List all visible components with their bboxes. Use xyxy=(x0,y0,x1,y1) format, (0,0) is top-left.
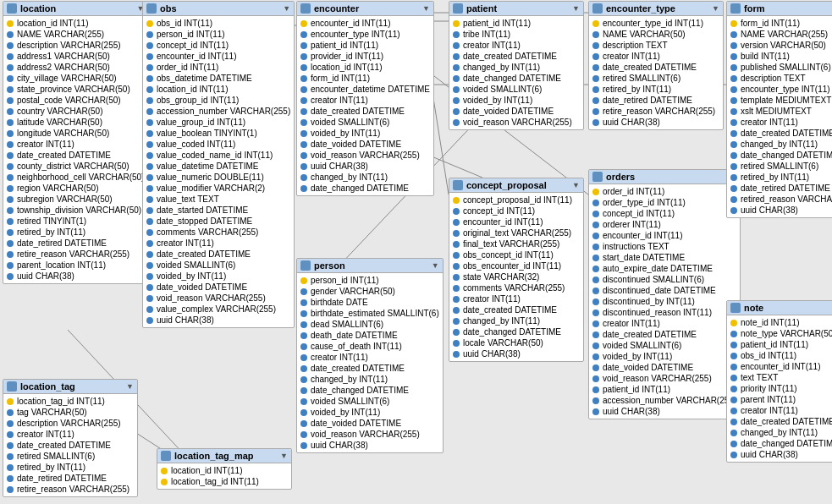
field-row[interactable]: address1 VARCHAR(50) xyxy=(3,51,147,62)
table-toggle-encounter_type[interactable]: ▼ xyxy=(712,4,719,13)
table-toggle-obs[interactable]: ▼ xyxy=(283,4,290,13)
field-row[interactable]: obs_group_id INT(11) xyxy=(143,95,294,106)
field-row[interactable]: date_voided DATETIME xyxy=(449,106,583,117)
field-row[interactable]: encounter_id INT(11) xyxy=(727,361,832,372)
field-row[interactable]: changed_by INT(11) xyxy=(297,172,433,183)
field-row[interactable]: date_retired DATETIME xyxy=(3,473,137,484)
table-header-patient[interactable]: patient▼ xyxy=(449,2,583,16)
field-row[interactable]: description VARCHAR(255) xyxy=(3,40,147,51)
table-toggle-encounter[interactable]: ▼ xyxy=(422,4,430,13)
field-row[interactable]: obs_encounter_id INT(11) xyxy=(449,260,583,271)
field-row[interactable]: voided_by INT(11) xyxy=(143,271,294,282)
field-row[interactable]: voided SMALLINT(6) xyxy=(589,340,740,351)
field-row[interactable]: retired_by INT(11) xyxy=(589,84,723,95)
field-row[interactable]: date_voided DATETIME xyxy=(297,418,443,429)
field-row[interactable]: creator INT(11) xyxy=(143,238,294,249)
table-header-concept_proposal[interactable]: concept_proposal▼ xyxy=(449,178,583,193)
field-row[interactable]: creator INT(11) xyxy=(449,40,583,51)
field-row[interactable]: concept_id INT(11) xyxy=(143,40,294,51)
field-row[interactable]: date_created DATETIME xyxy=(297,106,433,117)
field-row[interactable]: changed_by INT(11) xyxy=(727,139,832,150)
field-row[interactable]: text TEXT xyxy=(727,372,832,383)
field-row[interactable]: creator INT(11) xyxy=(449,293,583,304)
field-row[interactable]: gender VARCHAR(50) xyxy=(297,286,443,297)
field-row[interactable]: uuid CHAR(38) xyxy=(143,315,294,326)
field-row[interactable]: date_retired DATETIME xyxy=(727,183,832,194)
field-row[interactable]: parent_location INT(11) xyxy=(3,260,147,271)
field-row[interactable]: void_reason VARCHAR(255) xyxy=(449,117,583,128)
field-row[interactable]: retired_by INT(11) xyxy=(3,227,147,238)
field-row[interactable]: date_voided DATETIME xyxy=(589,362,740,373)
field-row[interactable]: value_modifier VARCHAR(2) xyxy=(143,183,294,194)
field-row[interactable]: discontinued_date DATETIME xyxy=(589,285,740,296)
field-row[interactable]: location_id INT(11) xyxy=(143,84,294,95)
field-row[interactable]: retired_by INT(11) xyxy=(3,462,137,473)
field-row[interactable]: provider_id INT(11) xyxy=(297,51,433,62)
field-row[interactable]: uuid CHAR(38) xyxy=(297,161,433,172)
table-toggle-location_tag[interactable]: ▼ xyxy=(126,382,134,391)
field-row[interactable]: address2 VARCHAR(50) xyxy=(3,62,147,73)
field-row[interactable]: form_id INT(11) xyxy=(297,73,433,84)
table-header-encounter[interactable]: encounter▼ xyxy=(297,2,433,16)
field-row[interactable]: person_id INT(11) xyxy=(143,29,294,40)
field-row[interactable]: value_text TEXT xyxy=(143,194,294,205)
field-row[interactable]: date_created DATETIME xyxy=(449,304,583,315)
table-header-location_tag_map[interactable]: location_tag_map▼ xyxy=(157,449,291,463)
field-row[interactable]: void_reason VARCHAR(255) xyxy=(297,150,433,161)
field-row[interactable]: postal_code VARCHAR(50) xyxy=(3,95,147,106)
field-row[interactable]: date_created DATETIME xyxy=(143,249,294,260)
field-row[interactable]: township_division VARCHAR(50) xyxy=(3,205,147,216)
field-row[interactable]: date_retired DATETIME xyxy=(3,238,147,249)
field-row[interactable]: discontinued SMALLINT(6) xyxy=(589,274,740,285)
field-row[interactable]: creator INT(11) xyxy=(727,117,832,128)
field-row[interactable]: order_type_id INT(11) xyxy=(589,197,740,208)
table-toggle-person[interactable]: ▼ xyxy=(432,261,439,270)
field-row[interactable]: creator INT(11) xyxy=(3,429,137,440)
field-row[interactable]: instructions TEXT xyxy=(589,241,740,252)
field-row[interactable]: retire_reason VARCHAR(255) xyxy=(3,484,137,495)
field-row[interactable]: birthdate DATE xyxy=(297,297,443,308)
field-row[interactable]: comments VARCHAR(255) xyxy=(143,227,294,238)
table-header-location_tag[interactable]: location_tag▼ xyxy=(3,380,137,394)
field-row[interactable]: NAME VARCHAR(50) xyxy=(589,29,723,40)
field-row[interactable]: date_created DATETIME xyxy=(589,329,740,340)
field-row[interactable]: country VARCHAR(50) xyxy=(3,106,147,117)
field-row[interactable]: date_changed DATETIME xyxy=(297,183,433,194)
field-row[interactable]: retired_by INT(11) xyxy=(727,172,832,183)
field-row[interactable]: city_village VARCHAR(50) xyxy=(3,73,147,84)
field-row[interactable]: retired SMALLINT(6) xyxy=(589,73,723,84)
field-row[interactable]: encounter_id INT(11) xyxy=(143,51,294,62)
field-row[interactable]: creator INT(11) xyxy=(727,405,832,416)
field-row[interactable]: neighborhood_cell VARCHAR(50) xyxy=(3,172,147,183)
field-row[interactable]: retire_reason VARCHAR(255) xyxy=(3,249,147,260)
field-row[interactable]: retired_reason VARCHAR(255) xyxy=(727,194,832,205)
field-row[interactable]: obs_id INT(11) xyxy=(727,350,832,361)
field-row[interactable]: date_created DATETIME xyxy=(3,150,147,161)
field-row[interactable]: date_voided DATETIME xyxy=(297,139,433,150)
field-row[interactable]: description TEXT xyxy=(589,40,723,51)
field-row[interactable]: priority INT(11) xyxy=(727,383,832,394)
field-row[interactable]: description TEXT xyxy=(727,73,832,84)
field-row[interactable]: NAME VARCHAR(255) xyxy=(3,29,147,40)
field-row[interactable]: original_text VARCHAR(255) xyxy=(449,227,583,238)
table-header-obs[interactable]: obs▼ xyxy=(143,2,294,16)
field-row[interactable]: encounter_id INT(11) xyxy=(297,18,433,29)
field-row[interactable]: voided SMALLINT(6) xyxy=(449,84,583,95)
field-row[interactable]: value_complex VARCHAR(255) xyxy=(143,304,294,315)
field-row[interactable]: encounter_type_id INT(11) xyxy=(589,18,723,29)
field-row[interactable]: description VARCHAR(255) xyxy=(3,418,137,429)
field-row[interactable]: published SMALLINT(6) xyxy=(727,62,832,73)
field-row[interactable]: concept_id INT(11) xyxy=(449,205,583,216)
field-row[interactable]: final_text VARCHAR(255) xyxy=(449,238,583,249)
field-row[interactable]: encounter_datetime DATETIME xyxy=(297,84,433,95)
field-row[interactable]: location_id INT(11) xyxy=(157,465,291,476)
field-row[interactable]: death_date DATETIME xyxy=(297,330,443,341)
field-row[interactable]: void_reason VARCHAR(255) xyxy=(297,429,443,440)
field-row[interactable]: date_retired DATETIME xyxy=(589,95,723,106)
field-row[interactable]: accession_number VARCHAR(255) xyxy=(143,106,294,117)
table-header-note[interactable]: note▼ xyxy=(727,301,832,315)
field-row[interactable]: voided_by INT(11) xyxy=(297,407,443,418)
field-row[interactable]: cause_of_death INT(11) xyxy=(297,341,443,352)
field-row[interactable]: voided SMALLINT(6) xyxy=(297,396,443,407)
table-toggle-concept_proposal[interactable]: ▼ xyxy=(572,181,580,189)
